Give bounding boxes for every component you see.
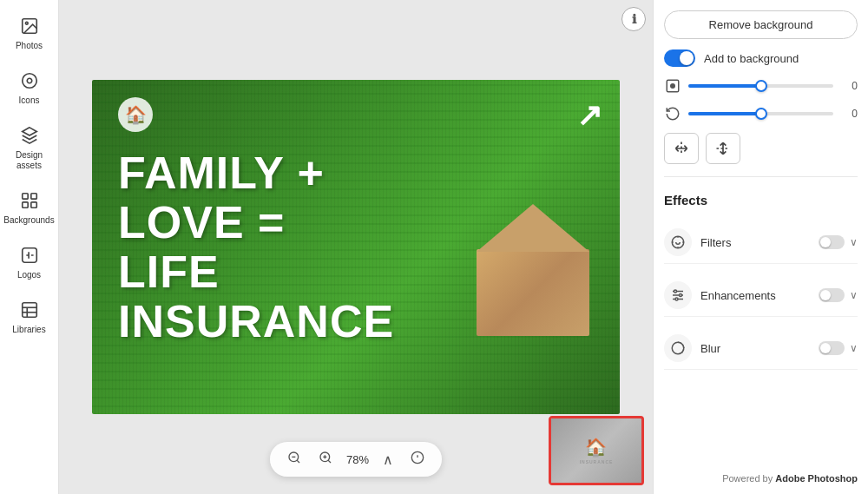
canvas-info-button[interactable]: ℹ <box>621 7 646 31</box>
svg-point-31 <box>674 290 677 293</box>
sidebar-item-backgrounds-label: Backgrounds <box>3 215 54 226</box>
sidebar-item-photos-label: Photos <box>16 41 43 51</box>
zoom-chevron-button[interactable]: ∧ <box>379 450 397 470</box>
logos-icon <box>17 243 42 267</box>
svg-line-14 <box>297 460 299 463</box>
zoom-in-button[interactable] <box>315 449 336 470</box>
effects-header: Effects <box>664 189 858 211</box>
sidebar-item-logos-label: Logos <box>17 270 41 280</box>
zoom-value: 78% <box>346 453 369 466</box>
blur-toggle-group: ∨ <box>819 341 858 355</box>
add-to-background-row: Add to background <box>664 49 858 67</box>
svg-point-27 <box>672 236 684 248</box>
svg-rect-9 <box>22 303 36 318</box>
rotation-icon <box>664 105 681 122</box>
filters-toggle[interactable] <box>819 235 845 249</box>
brightness-slider-row: 0 <box>664 77 858 95</box>
flip-horizontal-button[interactable] <box>664 133 699 164</box>
libraries-icon <box>17 298 42 322</box>
svg-rect-8 <box>22 248 36 263</box>
sidebar-item-backgrounds[interactable]: Backgrounds <box>3 181 56 233</box>
sidebar-item-libraries-label: Libraries <box>12 325 45 335</box>
add-to-background-label: Add to background <box>704 52 799 65</box>
rotation-slider-row: 0 <box>664 105 858 122</box>
enhancements-row: Enhancements ∨ <box>664 274 858 317</box>
filters-row: Filters ∨ <box>664 221 858 264</box>
flip-vertical-button[interactable] <box>706 133 740 164</box>
blur-label: Blur <box>700 342 810 355</box>
right-panel: Remove background Add to background 0 <box>653 0 868 494</box>
sidebar-item-icons[interactable]: Icons <box>3 62 56 113</box>
svg-rect-6 <box>22 202 27 207</box>
icons-icon <box>17 69 42 93</box>
zoom-out-button[interactable] <box>284 449 305 470</box>
panel-divider <box>664 176 858 177</box>
rotation-slider[interactable] <box>688 112 833 115</box>
canvas-home-icon: 🏠 <box>118 97 153 132</box>
sidebar-item-libraries[interactable]: Libraries <box>3 291 56 342</box>
enhancements-label: Enhancements <box>700 289 810 302</box>
brightness-slider[interactable] <box>688 84 833 88</box>
blur-icon <box>664 334 692 362</box>
thumbnail-strip[interactable]: 4 🏠 INSURANCE <box>549 416 644 485</box>
brightness-icon <box>664 77 681 95</box>
bottom-toolbar: 78% ∧ <box>270 442 442 477</box>
brightness-value: 0 <box>840 80 858 92</box>
canvas-text: FAMILY + LOVE = LIFE INSURANCE <box>118 148 394 346</box>
blur-chevron[interactable]: ∨ <box>850 342 858 354</box>
sidebar-item-photos[interactable]: Photos <box>3 7 56 58</box>
thumbnail-image: 🏠 INSURANCE <box>551 418 641 483</box>
add-to-background-toggle[interactable] <box>664 49 695 67</box>
svg-point-24 <box>670 83 675 89</box>
canvas-container: 🏠 ↗ FAMILY + LOVE = LIFE INSURANCE <box>92 80 620 414</box>
enhancements-icon <box>664 281 692 309</box>
blur-row: Blur ∨ <box>664 327 858 370</box>
backgrounds-icon <box>17 188 42 213</box>
rotation-value: 0 <box>840 108 858 120</box>
svg-point-1 <box>25 22 28 24</box>
canvas-image: 🏠 ↗ FAMILY + LOVE = LIFE INSURANCE <box>92 80 620 414</box>
sidebar-item-design-assets[interactable]: Design assets <box>3 116 56 178</box>
svg-point-33 <box>675 298 678 300</box>
enhancements-toggle-group: ∨ <box>819 288 858 302</box>
sidebar-item-logos[interactable]: Logos <box>3 236 56 287</box>
adobe-photoshop-label: Adobe Photoshop <box>775 473 858 484</box>
filters-toggle-group: ∨ <box>819 235 858 249</box>
filters-chevron[interactable]: ∨ <box>850 236 858 248</box>
svg-rect-7 <box>30 202 36 207</box>
svg-point-3 <box>27 78 32 83</box>
svg-point-2 <box>22 74 36 89</box>
svg-rect-5 <box>30 194 36 199</box>
canvas-info-btn-bottom[interactable] <box>407 449 428 470</box>
design-assets-icon <box>17 123 42 148</box>
enhancements-toggle[interactable] <box>819 288 845 302</box>
svg-rect-4 <box>22 194 27 199</box>
enhancements-chevron[interactable]: ∨ <box>850 289 858 301</box>
filters-icon <box>664 228 692 256</box>
filters-label: Filters <box>700 236 810 249</box>
sidebar-item-design-assets-label: Design assets <box>7 150 52 171</box>
action-buttons-row <box>664 133 858 164</box>
remove-background-button[interactable]: Remove background <box>664 10 858 39</box>
photos-icon <box>17 14 42 38</box>
blur-toggle[interactable] <box>819 341 845 355</box>
sidebar-item-icons-label: Icons <box>19 96 40 106</box>
svg-line-17 <box>328 460 331 463</box>
canvas-area: ℹ 🏠 ↗ FAMILY + LOVE = LIFE INSURANCE <box>59 0 653 494</box>
panel-footer: Powered by Adobe Photoshop <box>664 473 858 484</box>
wooden-house-image <box>455 214 611 405</box>
svg-point-32 <box>680 294 682 297</box>
canvas-arrow-icon: ↗ <box>576 97 602 134</box>
sidebar: Photos Icons Design assets <box>0 0 59 494</box>
